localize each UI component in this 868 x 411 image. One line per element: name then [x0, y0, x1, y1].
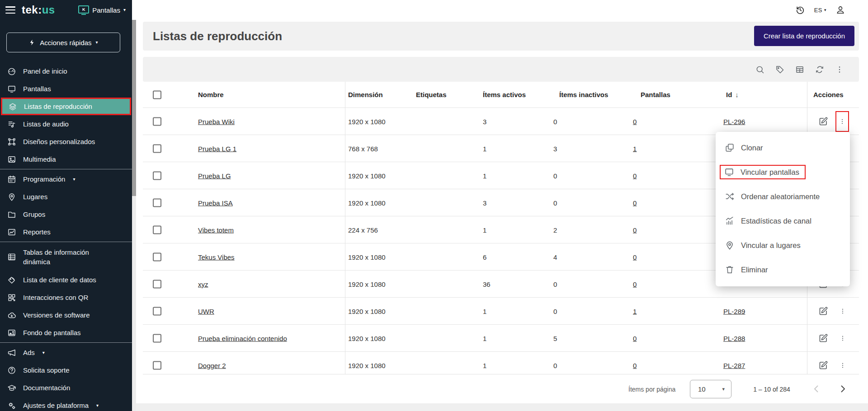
sidebar-item-interacciones-con-qr[interactable]: Interacciones con QR: [0, 289, 132, 306]
row-checkbox[interactable]: [153, 280, 161, 288]
pantallas-link[interactable]: 0: [633, 361, 637, 369]
sidebar-item-documentacion[interactable]: Documentación: [0, 379, 132, 397]
sidebar-item-ajustes-de-plataforma[interactable]: Ajustes de plataforma▾: [0, 397, 132, 411]
row-checkbox[interactable]: [153, 144, 161, 153]
sidebar-item-tablas-de-informacion-dinamica[interactable]: Tablas de información dinámica: [0, 243, 132, 271]
pantallas-link[interactable]: 0: [633, 172, 637, 179]
playlist-name-link[interactable]: Prueba eliminación contenido: [198, 334, 287, 342]
pantallas-link[interactable]: 0: [633, 226, 637, 234]
pantallas-link[interactable]: 1: [633, 307, 637, 315]
playlist-name-link[interactable]: Prueba LG: [198, 172, 231, 179]
edit-icon[interactable]: [818, 360, 829, 371]
history-icon[interactable]: [795, 5, 805, 15]
menu-item-eliminar[interactable]: Eliminar: [716, 257, 850, 282]
menu-item-ordenar-aleatoriamente[interactable]: Ordenar aleatoriamente: [716, 184, 850, 209]
items-per-page-select[interactable]: 10 ▾: [690, 380, 731, 398]
sidebar-item-versiones-de-software[interactable]: Versiones de software: [0, 306, 132, 324]
sidebar-item-listas-de-audio[interactable]: Listas de audio: [0, 115, 132, 133]
menu-item-estadisticas-de-canal[interactable]: Estadísticas de canal: [716, 209, 850, 233]
playlist-name-link[interactable]: Dogger 2: [198, 361, 226, 369]
hamburger-menu-icon[interactable]: [5, 6, 15, 14]
scrollbar-thumb[interactable]: [132, 20, 136, 196]
pantallas-link[interactable]: 0: [633, 280, 637, 288]
column-header-items-activos[interactable]: Ítems activos: [483, 82, 526, 107]
monitor-icon: [724, 167, 734, 177]
context-switcher-pantallas[interactable]: K Pantallas ▾: [78, 5, 127, 15]
row-checkbox[interactable]: [153, 307, 161, 315]
pantallas-link[interactable]: 0: [633, 117, 637, 125]
playlist-id-link[interactable]: PL-296: [723, 117, 745, 125]
sidebar-item-reportes[interactable]: Reportes: [0, 223, 132, 241]
menu-item-clonar[interactable]: Clonar: [716, 135, 850, 160]
row-checkbox[interactable]: [153, 171, 161, 180]
sidebar-item-grupos[interactable]: Grupos: [0, 206, 132, 223]
edit-icon[interactable]: [818, 306, 829, 317]
row-checkbox[interactable]: [153, 225, 161, 234]
row-checkbox[interactable]: [153, 252, 161, 261]
menu-item-content: Eliminar: [725, 265, 768, 275]
sidebar-item-label: Diseños personalizados: [23, 138, 95, 145]
column-header-items-inactivos[interactable]: Ítems inactivos: [559, 82, 608, 107]
playlist-name-link[interactable]: Tekus Vibes: [198, 253, 235, 261]
row-checkbox[interactable]: [153, 334, 161, 342]
quick-actions-button[interactable]: Acciones rápidas ▾: [6, 33, 120, 52]
playlist-name-link[interactable]: Prueba LG 1: [198, 145, 236, 152]
user-icon[interactable]: [835, 5, 845, 15]
language-selector[interactable]: ES ▾: [814, 7, 826, 14]
menu-item-vincular-pantallas[interactable]: Vincular pantallas: [716, 160, 850, 184]
sidebar-item-multimedia[interactable]: Multimedia: [0, 150, 132, 168]
logo-part-1: tek: [22, 4, 38, 16]
sync-icon[interactable]: [815, 65, 824, 74]
pantallas-link[interactable]: 1: [633, 145, 637, 152]
select-all-checkbox[interactable]: [153, 90, 161, 99]
sidebar-item-fondo-de-pantallas[interactable]: Fondo de pantallas: [0, 324, 132, 341]
pantallas-link[interactable]: 0: [633, 253, 637, 261]
playlist-name-link[interactable]: Vibes totem: [198, 226, 234, 234]
column-header-id[interactable]: Id↓: [726, 82, 739, 107]
column-header-pantallas[interactable]: Pantallas: [641, 82, 670, 107]
pantallas-link[interactable]: 0: [633, 334, 637, 342]
shuffle-icon: [725, 191, 735, 201]
pantallas-link[interactable]: 0: [633, 199, 637, 206]
column-header-etiquetas[interactable]: Etiquetas: [416, 82, 447, 107]
sidebar-item-label: Pantallas: [23, 85, 51, 93]
row-menu-button[interactable]: [839, 333, 846, 344]
search-icon[interactable]: [755, 65, 764, 74]
sidebar-item-ads[interactable]: Ads▾: [0, 344, 132, 361]
sidebar-item-label: Listas de audio: [23, 120, 69, 128]
column-header-dimension[interactable]: Dimensión: [348, 82, 383, 107]
tekus-logo[interactable]: tek:us: [22, 4, 55, 16]
edit-icon[interactable]: [818, 116, 829, 127]
row-menu-button[interactable]: [835, 111, 849, 132]
row-checkbox[interactable]: [153, 117, 161, 126]
playlist-name-link[interactable]: Prueba Wiki: [198, 117, 235, 125]
row-menu-button[interactable]: [839, 306, 846, 317]
row-menu-button[interactable]: [839, 360, 846, 371]
create-playlist-button[interactable]: Crear lista de reproducción: [754, 26, 854, 46]
tag-icon[interactable]: [775, 65, 784, 74]
sidebar-scrollbar[interactable]: [132, 20, 136, 411]
playlist-id-link[interactable]: PL-287: [723, 361, 745, 369]
sidebar-item-listas-de-reproduccion[interactable]: Listas de reproducción: [1, 98, 131, 115]
playlist-name-link[interactable]: Prueba ISA: [198, 199, 233, 206]
sidebar-item-pantallas[interactable]: Pantallas: [0, 80, 132, 98]
previous-page-button[interactable]: [811, 383, 822, 394]
playlist-name-link[interactable]: xyz: [198, 280, 208, 288]
sidebar-item-lista-de-cliente-de-datos[interactable]: Lista de cliente de datos: [0, 271, 132, 289]
next-page-button[interactable]: [837, 383, 848, 394]
menu-item-vincular-a-lugares[interactable]: Vincular a lugares: [716, 233, 850, 257]
playlist-name-link[interactable]: UWR: [198, 307, 214, 315]
sidebar-item-solicita-soporte[interactable]: Solicita soporte: [0, 361, 132, 379]
row-checkbox[interactable]: [153, 198, 161, 207]
sidebar-item-lugares[interactable]: Lugares: [0, 188, 132, 206]
column-header-nombre[interactable]: Nombre: [198, 82, 224, 107]
playlist-id-link[interactable]: PL-288: [723, 334, 745, 342]
edit-icon[interactable]: [818, 333, 829, 344]
playlist-id-link[interactable]: PL-289: [723, 307, 745, 315]
row-checkbox[interactable]: [153, 361, 161, 369]
sidebar-item-programacion[interactable]: Programación▾: [0, 170, 132, 188]
sidebar-item-panel-de-inicio[interactable]: Panel de inicio: [0, 62, 132, 80]
table-columns-icon[interactable]: [795, 65, 804, 74]
kebab-icon[interactable]: [835, 65, 844, 74]
sidebar-item-disenos-personalizados[interactable]: Diseños personalizados: [0, 133, 132, 150]
